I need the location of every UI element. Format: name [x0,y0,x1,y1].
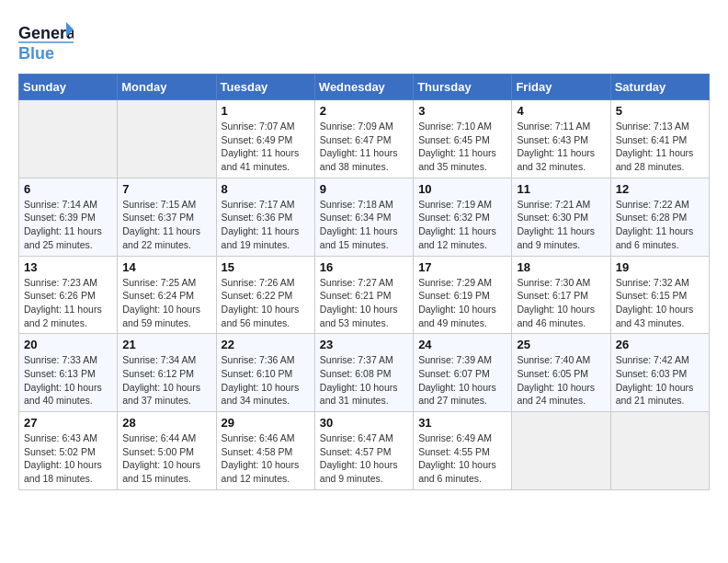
svg-text:Blue: Blue [18,44,54,63]
day-number: 15 [222,260,310,274]
day-header-saturday: Saturday [610,75,709,100]
svg-text:General: General [18,24,74,42]
day-number: 12 [616,182,704,196]
calendar-cell: 1Sunrise: 7:07 AM Sunset: 6:49 PM Daylig… [216,100,314,178]
day-number: 23 [320,338,408,351]
day-number: 1 [222,104,310,118]
day-number: 20 [24,338,112,351]
day-info: Sunrise: 7:34 AM Sunset: 6:12 PM Dayligh… [122,353,210,408]
day-number: 8 [222,182,310,196]
day-info: Sunrise: 7:09 AM Sunset: 6:47 PM Dayligh… [320,120,408,174]
calendar-cell [19,100,118,178]
day-info: Sunrise: 7:42 AM Sunset: 6:03 PM Dayligh… [616,353,704,408]
day-info: Sunrise: 7:26 AM Sunset: 6:22 PM Dayligh… [222,276,310,330]
calendar-cell: 25Sunrise: 7:40 AM Sunset: 6:05 PM Dayli… [512,334,610,412]
day-number: 5 [616,104,704,118]
day-info: Sunrise: 7:22 AM Sunset: 6:28 PM Dayligh… [616,198,704,252]
day-header-friday: Friday [512,75,610,100]
calendar-week-5: 27Sunrise: 6:43 AM Sunset: 5:02 PM Dayli… [19,412,710,490]
calendar-cell: 24Sunrise: 7:39 AM Sunset: 6:07 PM Dayli… [414,334,512,412]
day-info: Sunrise: 7:07 AM Sunset: 6:49 PM Dayligh… [222,120,310,174]
day-info: Sunrise: 7:33 AM Sunset: 6:13 PM Dayligh… [24,353,112,408]
day-number: 4 [517,104,605,118]
day-number: 28 [122,416,210,430]
calendar-cell: 17Sunrise: 7:29 AM Sunset: 6:19 PM Dayli… [414,256,512,334]
day-info: Sunrise: 7:13 AM Sunset: 6:41 PM Dayligh… [616,120,704,174]
day-info: Sunrise: 7:25 AM Sunset: 6:24 PM Dayligh… [122,276,210,330]
calendar-cell: 13Sunrise: 7:23 AM Sunset: 6:26 PM Dayli… [19,256,118,334]
calendar-cell: 20Sunrise: 7:33 AM Sunset: 6:13 PM Dayli… [19,334,118,412]
day-info: Sunrise: 6:47 AM Sunset: 4:57 PM Dayligh… [320,431,408,486]
day-number: 30 [320,416,408,430]
calendar-cell: 6Sunrise: 7:14 AM Sunset: 6:39 PM Daylig… [19,178,118,256]
day-info: Sunrise: 7:10 AM Sunset: 6:45 PM Dayligh… [418,120,506,174]
day-number: 7 [122,182,210,196]
day-info: Sunrise: 7:14 AM Sunset: 6:39 PM Dayligh… [24,198,112,252]
calendar-cell: 7Sunrise: 7:15 AM Sunset: 6:37 PM Daylig… [118,178,216,256]
day-number: 3 [418,104,506,118]
day-number: 6 [24,182,112,196]
logo: GeneralBlue [18,18,74,64]
day-number: 25 [517,338,605,351]
calendar-cell: 3Sunrise: 7:10 AM Sunset: 6:45 PM Daylig… [414,100,512,178]
calendar-cell: 5Sunrise: 7:13 AM Sunset: 6:41 PM Daylig… [610,100,709,178]
calendar-cell: 2Sunrise: 7:09 AM Sunset: 6:47 PM Daylig… [314,100,413,178]
calendar-cell [512,412,610,490]
day-number: 14 [122,260,210,274]
calendar-cell: 15Sunrise: 7:26 AM Sunset: 6:22 PM Dayli… [216,256,314,334]
day-info: Sunrise: 7:32 AM Sunset: 6:15 PM Dayligh… [616,276,704,330]
calendar-cell: 18Sunrise: 7:30 AM Sunset: 6:17 PM Dayli… [512,256,610,334]
calendar-cell: 22Sunrise: 7:36 AM Sunset: 6:10 PM Dayli… [216,334,314,412]
calendar-cell: 26Sunrise: 7:42 AM Sunset: 6:03 PM Dayli… [610,334,709,412]
calendar-cell: 23Sunrise: 7:37 AM Sunset: 6:08 PM Dayli… [314,334,413,412]
day-header-monday: Monday [118,75,216,100]
day-header-tuesday: Tuesday [216,75,314,100]
day-number: 21 [122,338,210,351]
day-info: Sunrise: 7:11 AM Sunset: 6:43 PM Dayligh… [517,120,605,174]
day-number: 31 [418,416,506,430]
calendar-cell: 30Sunrise: 6:47 AM Sunset: 4:57 PM Dayli… [314,412,413,490]
calendar-cell: 16Sunrise: 7:27 AM Sunset: 6:21 PM Dayli… [314,256,413,334]
calendar-week-1: 1Sunrise: 7:07 AM Sunset: 6:49 PM Daylig… [19,100,710,178]
day-number: 16 [320,260,408,274]
calendar-week-3: 13Sunrise: 7:23 AM Sunset: 6:26 PM Dayli… [19,256,710,334]
calendar-cell: 27Sunrise: 6:43 AM Sunset: 5:02 PM Dayli… [19,412,118,490]
calendar-cell: 31Sunrise: 6:49 AM Sunset: 4:55 PM Dayli… [414,412,512,490]
day-info: Sunrise: 6:44 AM Sunset: 5:00 PM Dayligh… [122,431,210,486]
calendar-cell: 8Sunrise: 7:17 AM Sunset: 6:36 PM Daylig… [216,178,314,256]
day-number: 2 [320,104,408,118]
day-header-sunday: Sunday [19,75,118,100]
calendar-cell: 4Sunrise: 7:11 AM Sunset: 6:43 PM Daylig… [512,100,610,178]
day-number: 22 [222,338,310,351]
day-info: Sunrise: 7:15 AM Sunset: 6:37 PM Dayligh… [122,198,210,252]
calendar-cell: 14Sunrise: 7:25 AM Sunset: 6:24 PM Dayli… [118,256,216,334]
page-header: GeneralBlue [18,18,710,64]
day-info: Sunrise: 7:40 AM Sunset: 6:05 PM Dayligh… [517,353,605,408]
day-number: 27 [24,416,112,430]
day-info: Sunrise: 7:27 AM Sunset: 6:21 PM Dayligh… [320,276,408,330]
calendar-cell: 10Sunrise: 7:19 AM Sunset: 6:32 PM Dayli… [414,178,512,256]
day-number: 19 [616,260,704,274]
day-number: 18 [517,260,605,274]
calendar-week-2: 6Sunrise: 7:14 AM Sunset: 6:39 PM Daylig… [19,178,710,256]
day-info: Sunrise: 7:17 AM Sunset: 6:36 PM Dayligh… [222,198,310,252]
day-info: Sunrise: 7:39 AM Sunset: 6:07 PM Dayligh… [418,353,506,408]
day-info: Sunrise: 7:29 AM Sunset: 6:19 PM Dayligh… [418,276,506,330]
calendar-cell: 9Sunrise: 7:18 AM Sunset: 6:34 PM Daylig… [314,178,413,256]
day-info: Sunrise: 7:23 AM Sunset: 6:26 PM Dayligh… [24,276,112,330]
calendar-cell: 11Sunrise: 7:21 AM Sunset: 6:30 PM Dayli… [512,178,610,256]
calendar-cell: 21Sunrise: 7:34 AM Sunset: 6:12 PM Dayli… [118,334,216,412]
day-number: 9 [320,182,408,196]
calendar-cell: 29Sunrise: 6:46 AM Sunset: 4:58 PM Dayli… [216,412,314,490]
header-row: SundayMondayTuesdayWednesdayThursdayFrid… [19,75,710,100]
day-header-wednesday: Wednesday [314,75,413,100]
day-info: Sunrise: 7:18 AM Sunset: 6:34 PM Dayligh… [320,198,408,252]
calendar-cell: 12Sunrise: 7:22 AM Sunset: 6:28 PM Dayli… [610,178,709,256]
calendar-cell: 19Sunrise: 7:32 AM Sunset: 6:15 PM Dayli… [610,256,709,334]
day-info: Sunrise: 7:36 AM Sunset: 6:10 PM Dayligh… [222,353,310,408]
logo-svg: GeneralBlue [18,18,74,64]
day-number: 10 [418,182,506,196]
day-number: 13 [24,260,112,274]
day-number: 17 [418,260,506,274]
calendar-cell [118,100,216,178]
